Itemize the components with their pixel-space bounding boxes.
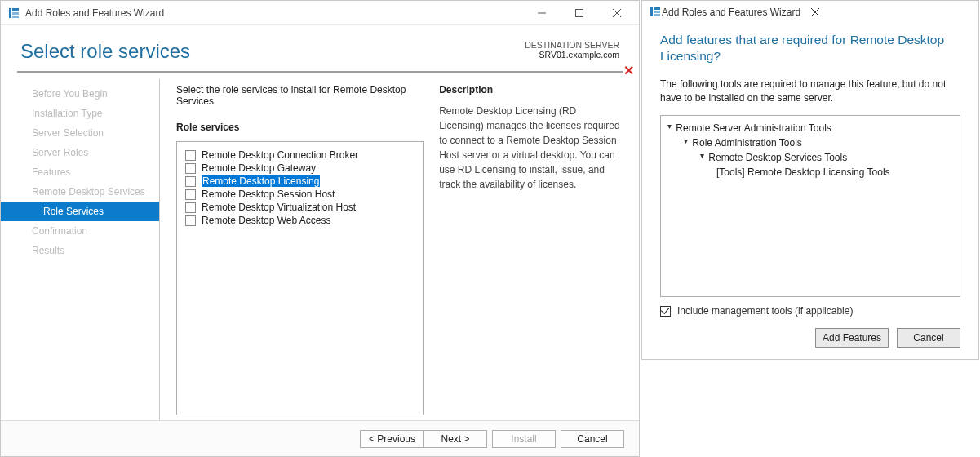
dialog-heading: Add features that are required for Remot… bbox=[660, 32, 960, 64]
svg-rect-5 bbox=[576, 9, 583, 16]
tree-node-label: Remote Server Administration Tools bbox=[676, 122, 831, 134]
tree-node-label: [Tools] Remote Desktop Licensing Tools bbox=[716, 166, 890, 178]
nav-step[interactable]: Server Roles bbox=[1, 143, 159, 162]
svg-rect-2 bbox=[12, 12, 19, 15]
nav-step[interactable]: Role Services bbox=[1, 202, 159, 221]
features-tree[interactable]: Remote Server Administration Tools Role … bbox=[660, 115, 960, 297]
description-text: Remote Desktop Licensing (RD Licensing) … bbox=[439, 104, 623, 192]
role-service-item[interactable]: Remote Desktop Web Access bbox=[185, 214, 415, 227]
role-service-item[interactable]: Remote Desktop Gateway bbox=[185, 162, 415, 175]
tree-node[interactable]: Remote Desktop Services Tools bbox=[667, 150, 953, 165]
add-features-dialog: Add Roles and Features Wizard Add featur… bbox=[641, 0, 979, 360]
checkbox[interactable] bbox=[185, 189, 196, 200]
checkbox[interactable] bbox=[185, 163, 196, 174]
add-features-button[interactable]: Add Features bbox=[815, 328, 889, 348]
role-services-list[interactable]: Remote Desktop Connection BrokerRemote D… bbox=[176, 141, 424, 415]
include-mgmt-label: Include management tools (if applicable) bbox=[677, 305, 853, 317]
nav-step[interactable]: Before You Begin bbox=[1, 84, 159, 104]
role-service-label: Remote Desktop Gateway bbox=[202, 162, 316, 174]
nav-step[interactable]: Remote Desktop Services bbox=[1, 182, 159, 202]
dialog-button-row: Add Features Cancel bbox=[660, 328, 960, 348]
minimize-button[interactable] bbox=[523, 2, 561, 24]
server-manager-icon bbox=[649, 5, 662, 20]
install-button: Install bbox=[492, 430, 556, 448]
include-mgmt-row[interactable]: Include management tools (if applicable) bbox=[660, 305, 960, 317]
svg-rect-0 bbox=[9, 8, 11, 18]
services-column: Select the role services to install for … bbox=[176, 84, 436, 415]
server-manager-icon bbox=[7, 7, 20, 20]
role-service-label: Remote Desktop Session Host bbox=[202, 189, 335, 200]
nav-step[interactable]: Results bbox=[1, 241, 159, 260]
dialog-close-button[interactable] bbox=[800, 2, 830, 22]
svg-rect-11 bbox=[654, 14, 660, 16]
role-service-label: Remote Desktop Licensing bbox=[202, 175, 320, 187]
destination-server: SRV01.example.com bbox=[525, 50, 619, 60]
description-label: Description bbox=[439, 84, 623, 95]
window-title: Add Roles and Features Wizard bbox=[25, 7, 523, 19]
nav-button-group: < Previous Next > bbox=[360, 430, 487, 448]
header: Select role services DESTINATION SERVER … bbox=[1, 25, 639, 68]
next-button[interactable]: Next > bbox=[423, 430, 487, 448]
instruction-text: Select the role services to install for … bbox=[176, 84, 424, 107]
cancel-button[interactable]: Cancel bbox=[561, 430, 624, 448]
page-title: Select role services bbox=[20, 40, 525, 63]
nav-step[interactable]: Features bbox=[1, 162, 159, 182]
checkbox[interactable] bbox=[185, 176, 196, 187]
role-service-label: Remote Desktop Web Access bbox=[202, 215, 331, 226]
checkbox[interactable] bbox=[185, 202, 196, 213]
previous-button[interactable]: < Previous bbox=[360, 430, 423, 448]
role-service-item[interactable]: Remote Desktop Licensing bbox=[185, 175, 415, 188]
dialog-body: Add features that are required for Remot… bbox=[642, 24, 978, 359]
tree-node[interactable]: [Tools] Remote Desktop Licensing Tools bbox=[667, 165, 953, 180]
role-service-item[interactable]: Remote Desktop Session Host bbox=[185, 188, 415, 201]
role-services-label: Role services bbox=[176, 122, 424, 133]
role-service-label: Remote Desktop Connection Broker bbox=[202, 149, 358, 161]
include-mgmt-checkbox[interactable] bbox=[660, 306, 671, 317]
role-service-item[interactable]: Remote Desktop Virtualization Host bbox=[185, 201, 415, 214]
checkbox[interactable] bbox=[185, 150, 196, 161]
wizard-window: Add Roles and Features Wizard Select rol… bbox=[0, 0, 640, 457]
dialog-cancel-button[interactable]: Cancel bbox=[897, 328, 960, 348]
svg-rect-3 bbox=[12, 16, 19, 18]
svg-rect-9 bbox=[654, 7, 660, 10]
expander-icon[interactable] bbox=[700, 152, 706, 163]
dialog-title: Add Roles and Features Wizard bbox=[662, 7, 800, 18]
tree-node-label: Role Administration Tools bbox=[692, 137, 802, 149]
maximize-button[interactable] bbox=[561, 2, 598, 24]
content-pane: Select the role services to install for … bbox=[160, 79, 639, 420]
tree-node-label: Remote Desktop Services Tools bbox=[708, 152, 847, 163]
dialog-titlebar: Add Roles and Features Wizard bbox=[642, 1, 978, 24]
nav-step[interactable]: Server Selection bbox=[1, 123, 159, 143]
nav-step[interactable]: Confirmation bbox=[1, 221, 159, 241]
role-service-item[interactable]: Remote Desktop Connection Broker bbox=[185, 149, 415, 162]
dialog-info-text: The following tools are required to mana… bbox=[660, 78, 960, 105]
error-icon: ✕ bbox=[623, 64, 634, 78]
close-button[interactable] bbox=[598, 2, 636, 24]
destination-label: DESTINATION SERVER bbox=[525, 40, 619, 50]
nav-pane: Before You BeginInstallation TypeServer … bbox=[1, 79, 160, 420]
tree-node[interactable]: Role Administration Tools bbox=[667, 135, 953, 150]
role-service-label: Remote Desktop Virtualization Host bbox=[202, 202, 356, 213]
window-controls bbox=[523, 2, 636, 24]
svg-rect-1 bbox=[12, 8, 19, 11]
nav-step[interactable]: Installation Type bbox=[1, 104, 159, 123]
svg-rect-10 bbox=[654, 11, 660, 13]
description-column: Description Remote Desktop Licensing (RD… bbox=[436, 84, 623, 415]
svg-rect-8 bbox=[650, 7, 653, 16]
titlebar: Add Roles and Features Wizard bbox=[1, 1, 639, 25]
expander-icon[interactable] bbox=[667, 122, 673, 134]
destination-block: DESTINATION SERVER SRV01.example.com bbox=[525, 40, 619, 60]
expander-icon[interactable] bbox=[684, 137, 690, 149]
progress-bar: ✕ bbox=[1, 68, 639, 79]
checkbox[interactable] bbox=[185, 215, 196, 226]
button-bar: < Previous Next > Install Cancel bbox=[1, 420, 639, 456]
tree-node[interactable]: Remote Server Administration Tools bbox=[667, 121, 953, 135]
body: Before You BeginInstallation TypeServer … bbox=[1, 79, 639, 420]
